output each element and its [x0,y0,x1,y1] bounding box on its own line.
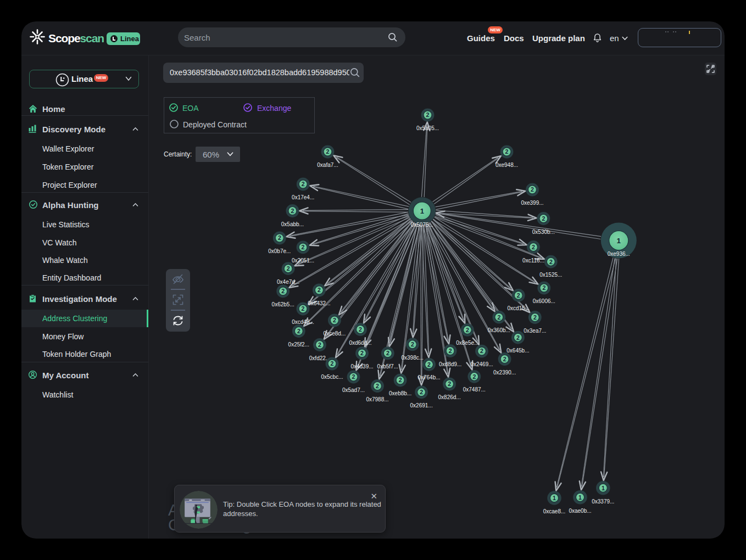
svg-text:2: 2 [531,186,534,193]
svg-text:2: 2 [386,350,389,356]
svg-text:2: 2 [426,111,430,118]
svg-text:0x1525...: 0x1525... [539,272,562,278]
svg-text:2: 2 [505,148,509,155]
svg-text:2: 2 [291,208,294,214]
svg-text:0xd8d9...: 0xd8d9... [439,361,461,367]
svg-text:0x5ad7...: 0x5ad7... [342,387,365,393]
svg-text:0x0b7e...: 0x0b7e... [268,248,291,254]
svg-text:2: 2 [360,350,364,356]
svg-text:0xe399...: 0xe399... [521,200,543,206]
svg-text:0x6006...: 0x6006... [533,298,555,304]
svg-text:2: 2 [542,284,545,291]
svg-text:2: 2 [549,259,553,265]
svg-text:0xce8d...: 0xce8d... [324,331,346,337]
svg-text:0x826d...: 0x826d... [438,394,461,400]
svg-text:0x2390...: 0x2390... [493,369,516,376]
svg-text:0x7988...: 0x7988... [366,396,388,402]
svg-text:2: 2 [466,327,469,333]
svg-text:1: 1 [602,485,605,491]
svg-text:2: 2 [449,348,452,354]
svg-text:2: 2 [281,288,285,294]
svg-text:2: 2 [472,373,476,380]
svg-text:2: 2 [517,292,520,299]
svg-text:0xae0b...: 0xae0b... [569,508,591,514]
svg-text:0x62b5...: 0x62b5... [272,301,294,307]
svg-text:1: 1 [553,495,556,501]
svg-text:2: 2 [533,314,537,321]
svg-text:2: 2 [278,234,281,241]
svg-text:1: 1 [420,207,424,215]
svg-text:2: 2 [420,389,423,395]
svg-text:0xb5f7...: 0xb5f7... [377,363,398,369]
svg-text:2: 2 [318,341,321,348]
svg-text:2: 2 [399,377,402,383]
svg-text:0x764b...: 0x764b... [417,374,440,380]
svg-text:0xafa7...: 0xafa7... [317,162,338,168]
svg-text:2: 2 [448,380,451,387]
svg-text:0x7487...: 0x7487... [463,387,486,393]
svg-text:0x3ea7...: 0x3ea7... [524,328,546,334]
svg-text:2: 2 [359,326,362,333]
svg-text:0xe936...: 0xe936... [608,251,630,257]
svg-text:0x5abb...: 0x5abb... [281,221,304,227]
svg-text:0x5cbc...: 0x5cbc... [321,374,343,380]
svg-text:0xeb8b...: 0xeb8b... [389,390,411,396]
svg-text:2: 2 [297,328,300,334]
svg-text:2: 2 [542,215,545,222]
svg-text:2: 2 [516,334,520,341]
svg-text:2: 2 [287,265,290,272]
svg-text:0x360b...: 0x360b... [488,327,510,333]
svg-text:2: 2 [427,361,431,368]
svg-text:0xe948...: 0xe948... [496,162,518,168]
svg-text:2: 2 [411,341,414,348]
svg-text:0x2469...: 0x2469... [470,361,493,367]
svg-text:2: 2 [352,373,355,380]
svg-text:0x25f2...: 0x25f2... [288,341,309,348]
svg-text:0x2051...: 0x2051... [292,257,314,264]
svg-text:2: 2 [532,244,535,250]
svg-text:0x4e7d...: 0x4e7d... [277,279,299,285]
svg-text:2: 2 [497,314,500,321]
svg-text:2: 2 [302,305,305,312]
svg-text:2: 2 [480,348,483,354]
svg-text:0xc116...: 0xc116... [522,257,544,264]
svg-text:2: 2 [331,360,334,367]
svg-text:0x530b...: 0x530b... [532,229,555,235]
svg-text:0xcd48...: 0xcd48... [292,319,314,325]
svg-text:0x3379...: 0x3379... [592,499,614,505]
svg-text:0x645b...: 0x645b... [506,348,529,354]
svg-text:2: 2 [318,287,321,293]
svg-text:2: 2 [376,383,379,389]
svg-text:2: 2 [333,317,336,323]
svg-text:0xd6dd...: 0xd6dd... [349,340,371,346]
svg-text:0x6432...: 0x6432... [308,300,330,306]
svg-text:0x8e5e...: 0x8e5e... [456,340,478,346]
svg-text:2: 2 [503,356,506,362]
svg-text:2: 2 [326,148,330,155]
svg-text:1: 1 [578,494,582,501]
svg-text:2: 2 [302,244,305,250]
svg-text:2: 2 [302,181,305,187]
svg-text:0x398c...: 0x398c... [402,355,424,361]
svg-text:0x5075...: 0x5075... [411,222,433,228]
svg-text:0x5a05...: 0x5a05... [416,125,439,131]
svg-text:0x4d39...: 0x4d39... [350,363,373,369]
svg-text:0xcd15...: 0xcd15... [507,305,530,311]
svg-text:0xcae8...: 0xcae8... [543,508,566,514]
svg-text:1: 1 [617,237,621,245]
svg-text:0x17e4...: 0x17e4... [292,194,314,200]
svg-text:0x2691...: 0x2691... [410,402,433,408]
